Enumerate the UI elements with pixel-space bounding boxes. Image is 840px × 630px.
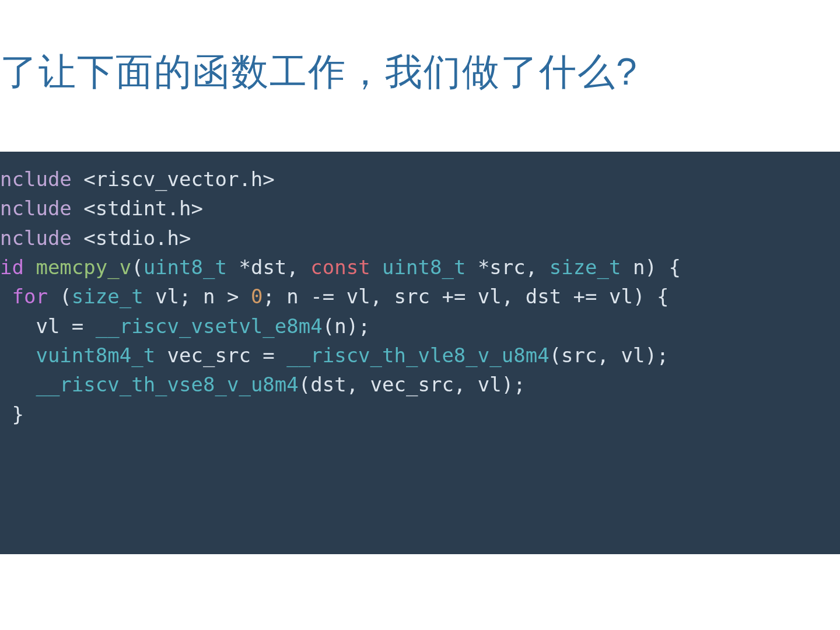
function-name: memcpy_v xyxy=(36,256,131,279)
for-keyword: for xyxy=(0,285,48,308)
code-line-5: id memcpy_v(uint8_t *dst, const uint8_t … xyxy=(0,253,840,282)
include-target: <stdint.h> xyxy=(72,197,203,220)
brace: } xyxy=(0,402,24,426)
code-line-6: for (size_t vl; n > 0; n -= vl, src += v… xyxy=(0,282,840,311)
call-args: (dst, vec_src, vl); xyxy=(299,373,526,396)
code-line-9: __riscv_th_vse8_v_u8m4(dst, vec_src, vl)… xyxy=(0,370,840,399)
slide-title: 了让下面的函数工作，我们做了什么? xyxy=(0,47,840,97)
indent: vl = xyxy=(0,314,96,338)
call-args: (src, vl); xyxy=(550,344,669,367)
include-target: <riscv_vector.h> xyxy=(72,167,275,191)
paren: ( xyxy=(131,256,143,279)
param: *dst, xyxy=(227,256,310,279)
param: *src, xyxy=(466,256,549,279)
indent xyxy=(0,344,36,367)
for-update: ; n -= vl, src += vl, dst += vl) { xyxy=(262,285,668,308)
code-line-8: vuint8m4_t vec_src = __riscv_th_vle8_v_u… xyxy=(0,341,840,370)
assign: vec_src = xyxy=(155,344,286,367)
param-type: uint8_t xyxy=(382,256,466,279)
const-keyword: const xyxy=(310,256,370,279)
code-block: nclude <riscv_vector.h>nclude <stdint.h>… xyxy=(0,152,840,554)
indent xyxy=(0,373,36,396)
param-type: uint8_t xyxy=(144,256,227,279)
include-keyword: nclude xyxy=(0,226,72,250)
include-keyword: nclude xyxy=(0,167,72,191)
paren: ( xyxy=(48,285,72,308)
intrinsic-call: __riscv_th_vle8_v_u8m4 xyxy=(286,344,549,367)
code-line-7: vl = __riscv_vsetvl_e8m4(n); xyxy=(0,312,840,341)
intrinsic-call: __riscv_th_vse8_v_u8m4 xyxy=(36,373,298,396)
include-target: <stdio.h> xyxy=(72,226,191,250)
code-line-1: nclude <riscv_vector.h> xyxy=(0,164,840,194)
code-line-2: nclude <stdint.h> xyxy=(0,194,840,223)
param-type: size_t xyxy=(550,256,621,279)
return-type: id xyxy=(0,256,36,279)
include-keyword: nclude xyxy=(0,197,72,220)
param: n) { xyxy=(621,256,681,279)
slide: 了让下面的函数工作，我们做了什么? nclude <riscv_vector.h… xyxy=(0,0,840,630)
call-args: (n); xyxy=(323,314,370,338)
code-line-10: } xyxy=(0,400,840,429)
var-type: size_t xyxy=(72,285,144,308)
intrinsic-call: __riscv_vsetvl_e8m4 xyxy=(96,314,323,338)
code-line-3: nclude <stdio.h> xyxy=(0,223,840,253)
for-cond: vl; n > xyxy=(144,285,251,308)
space xyxy=(370,256,382,279)
var-type: vuint8m4_t xyxy=(36,344,155,367)
number-literal: 0 xyxy=(251,285,262,308)
